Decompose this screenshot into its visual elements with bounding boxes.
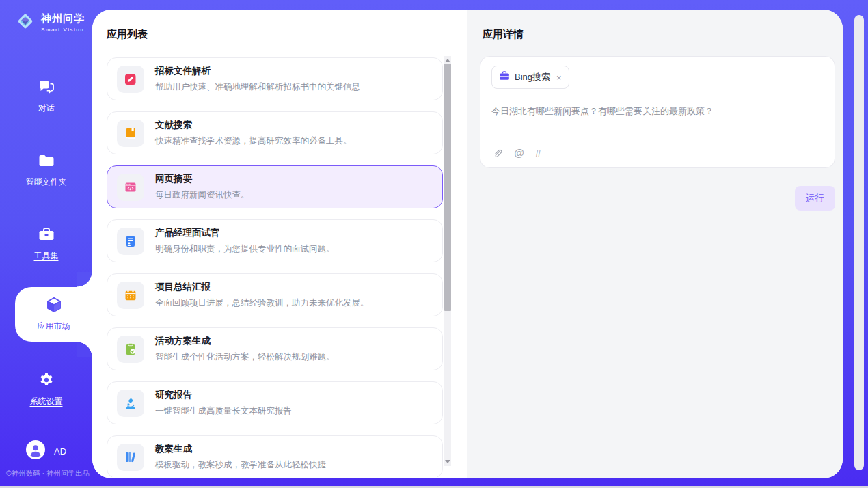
scroll-up-arrow-icon[interactable] [445,59,450,62]
card-description: 快速精准查找学术资源，提高研究效率的必备工具。 [155,135,352,147]
sidebar-item-app-market[interactable]: 应用市场 [15,287,92,342]
composer-toolbar: @ # [492,147,541,159]
clipboard-icon [117,336,144,363]
edit-icon [117,66,144,93]
folder-icon [37,151,56,170]
sidebar-item-label: 系统设置 [0,396,92,407]
app-detail-title: 应用详情 [483,28,524,41]
sidebar-item-system-settings[interactable]: 系统设置 [0,370,92,407]
tab-curve-bottom [77,342,92,357]
card-description: 每日政府新闻资讯快查。 [155,189,249,201]
browser-icon [117,174,144,201]
card-description: 模板驱动，教案秒成，教学准备从此轻松快捷 [155,459,326,471]
scrollbar-thumb[interactable] [444,64,451,311]
card-description: 一键智能生成高质量长文本研究报告 [155,405,292,417]
card-title: 活动方案生成 [155,335,335,347]
card-text: 教案生成模板驱动，教案秒成，教学准备从此轻松快捷 [155,443,326,471]
sidebar-item-label: 工具集 [0,250,92,262]
main-panel: 应用列表 招标文件解析帮助用户快速、准确地理解和解析招标书中的关键信息文献搜索快… [92,10,843,478]
card-text: 招标文件解析帮助用户快速、准确地理解和解析招标书中的关键信息 [155,65,360,93]
brand: 神州问学 Smart Vision [0,0,92,34]
card-description: 帮助用户快速、准确地理解和解析招标书中的关键信息 [155,81,360,93]
card-text: 项目总结汇报全面回顾项目进展，总结经验教训，助力未来优化发展。 [155,281,369,309]
sidebar-item-label: 智能文件夹 [0,176,92,188]
card-title: 研究报告 [155,389,292,401]
app-card-literature-search[interactable]: 文献搜索快速精准查找学术资源，提高研究效率的必备工具。 [107,111,443,154]
app-card-event-plan[interactable]: 活动方案生成智能生成个性化活动方案，轻松解决规划难题。 [107,327,443,370]
app-detail-pane: 应用详情 Bing搜索 × 今日湖北有哪些新闻要点？有哪些需要关注的最新政策？ [467,10,843,478]
card-text: 活动方案生成智能生成个性化活动方案，轻松解决规划难题。 [155,335,335,363]
app-card-project-summary[interactable]: 项目总结汇报全面回顾项目进展，总结经验教训，助力未来优化发展。 [107,273,443,316]
card-title: 网页摘要 [155,173,249,185]
copyright-text: ©神州数码 · 神州问学出品 [3,469,92,478]
briefcase-icon [499,70,510,84]
tab-curve-top [77,272,92,287]
app-card-bid-doc-analysis[interactable]: 招标文件解析帮助用户快速、准确地理解和解析招标书中的关键信息 [107,57,443,100]
tag-close-icon[interactable]: × [556,73,562,82]
card-title: 产品经理面试官 [155,227,335,239]
app-list-pane: 应用列表 招标文件解析帮助用户快速、准确地理解和解析招标书中的关键信息文献搜索快… [92,10,467,478]
scrollbar[interactable] [444,56,451,466]
app-card-lesson-plan[interactable]: 教案生成模板驱动，教案秒成，教学准备从此轻松快捷 [107,435,443,477]
query-text[interactable]: 今日湖北有哪些新闻要点？有哪些需要关注的最新政策？ [491,105,824,118]
cube-icon [44,295,64,314]
toolbox-icon [37,225,56,244]
docperson-icon [117,228,144,255]
app-card-web-summary[interactable]: 网页摘要每日政府新闻资讯快查。 [107,165,443,208]
at-icon[interactable]: @ [514,147,524,159]
card-description: 明确身份和职责，为您提供专业性的面试问题。 [155,243,335,255]
card-title: 项目总结汇报 [155,281,369,293]
sidebar-item-label: 对话 [0,103,92,114]
avatar [26,440,45,462]
gear-icon [37,370,56,390]
run-button[interactable]: 运行 [795,186,835,211]
card-description: 智能生成个性化活动方案，轻松解决规划难题。 [155,351,335,363]
scroll-down-arrow-icon[interactable] [445,460,450,463]
brand-logo-icon [15,11,36,34]
card-text: 网页摘要每日政府新闻资讯快查。 [155,173,249,201]
books-icon [117,444,144,471]
card-text: 文献搜索快速精准查找学术资源，提高研究效率的必备工具。 [155,119,352,147]
tool-tag[interactable]: Bing搜索 × [491,66,569,89]
sidebar-item-smart-folder[interactable]: 智能文件夹 [0,151,92,188]
app-card-list: 招标文件解析帮助用户快速、准确地理解和解析招标书中的关键信息文献搜索快速精准查找… [107,57,443,477]
brand-subtitle: Smart Vision [41,27,85,33]
sidebar-item-toolbox[interactable]: 工具集 [0,225,92,262]
calendar-icon [117,282,144,309]
app-card-research-report[interactable]: 研究报告一键智能生成高质量长文本研究报告 [107,381,443,424]
user-chip[interactable]: AD [26,440,66,462]
background-page-edge [854,15,864,470]
microscope-icon [117,390,144,417]
sidebar-item-label: 应用市场 [15,321,92,332]
card-title: 教案生成 [155,443,326,455]
hash-icon[interactable]: # [535,147,541,159]
paperclip-icon[interactable] [492,148,503,159]
user-initials: AD [54,446,66,457]
app-list-title: 应用列表 [107,28,148,41]
brand-name: 神州问学 [41,12,85,25]
card-title: 文献搜索 [155,119,352,131]
chat-icon [37,77,56,96]
card-text: 产品经理面试官明确身份和职责，为您提供专业性的面试问题。 [155,227,335,255]
card-text: 研究报告一键智能生成高质量长文本研究报告 [155,389,292,417]
sidebar-item-chat[interactable]: 对话 [0,77,92,114]
card-description: 全面回顾项目进展，总结经验教训，助力未来优化发展。 [155,297,369,309]
app-card-pm-interviewer[interactable]: 产品经理面试官明确身份和职责，为您提供专业性的面试问题。 [107,219,443,262]
composer-card[interactable]: Bing搜索 × 今日湖北有哪些新闻要点？有哪些需要关注的最新政策？ @ # [480,56,835,168]
sidebar: 神州问学 Smart Vision 对话智能文件夹工具集应用市场系统设置 AD … [0,0,92,488]
card-title: 招标文件解析 [155,65,360,77]
tool-tag-label: Bing搜索 [515,71,550,83]
book-icon [117,120,144,147]
